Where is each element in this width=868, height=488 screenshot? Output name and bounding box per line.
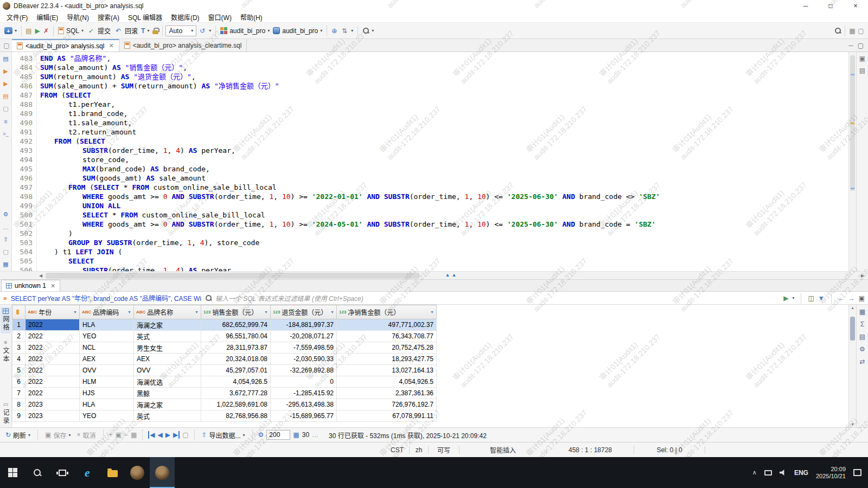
table-row[interactable]: 92023YEO英式82,768,956.88-15,689,965.7767,… [12, 410, 437, 422]
code-line[interactable]: SUM(goods_amt) AS sale_amount [37, 174, 848, 183]
menu-item[interactable]: 数据库(D) [167, 11, 204, 23]
save-button[interactable]: ▣保存▾ [43, 429, 72, 441]
menu-item[interactable]: 帮助(H) [236, 11, 267, 23]
grid-cell[interactable]: -1,285,415.92 [271, 388, 337, 399]
column-header[interactable]: ABC品牌名称▼ [134, 305, 201, 319]
first-row-icon[interactable]: ◀ [148, 431, 155, 439]
nav-back-icon[interactable]: ← [838, 294, 845, 302]
grid-cell[interactable]: 45,297,057.01 [201, 365, 271, 376]
column-header[interactable]: 123净销售金额（元）▼ [337, 305, 437, 319]
grid-cell[interactable]: -20,208,071.27 [271, 331, 337, 342]
grid-cell[interactable]: 黑鲸 [134, 388, 201, 399]
grid-cell[interactable]: HLA [80, 319, 134, 331]
edit-cell-icon[interactable]: ▦ [131, 431, 137, 439]
grid-cell[interactable]: 海澜优选 [134, 376, 201, 388]
clear-filter-icon[interactable]: ◫ [808, 294, 814, 302]
grid-cell[interactable]: 682,652,999.74 [201, 319, 271, 331]
menu-item[interactable]: 文件(F) [2, 11, 32, 23]
transaction-mode-button[interactable]: T▾ [139, 26, 151, 36]
column-header[interactable]: ABC年份▼ [25, 305, 80, 319]
grid-cell[interactable]: 2022 [25, 331, 80, 342]
next-row-icon[interactable]: ▶ [165, 431, 170, 439]
code-line[interactable]: SUM(return_amount) AS "退货金额（元）", [37, 72, 848, 81]
minimize-editor-icon[interactable]: ─ [848, 42, 853, 49]
column-sort-dropdown-icon[interactable]: ▼ [330, 310, 334, 314]
table-row[interactable]: 12022HLA海澜之家682,652,999.74-184,881,997.3… [12, 319, 437, 331]
export-icon[interactable]: ⇧ [2, 235, 10, 243]
minimize-button[interactable]: ─ [793, 0, 818, 12]
scroll-down-icon[interactable]: ▼ [849, 422, 856, 426]
row-number[interactable]: 3 [12, 342, 25, 354]
code-line[interactable]: SUM(sale_amount) + SUM(return_amount) AS… [37, 81, 848, 91]
restore-editor-icon[interactable]: ▢ [2, 41, 11, 50]
grid-cell[interactable]: 英式 [134, 410, 201, 422]
code-line[interactable]: WHERE goods_amt >= 0 AND SUBSTR(order_ti… [37, 192, 848, 201]
column-sort-dropdown-icon[interactable]: ▼ [127, 310, 131, 314]
search-menu-button[interactable]: ▾ [361, 26, 375, 35]
execute-statement-icon[interactable]: ▶ [2, 67, 10, 75]
scroll-right-icon[interactable]: ▶ [859, 273, 866, 278]
perspective-window-icon[interactable]: ▢ [857, 27, 865, 35]
caret-position-status[interactable]: 458 : 1 : 18728 [547, 446, 634, 454]
prev-row-icon[interactable]: ◀ [157, 431, 162, 439]
grid-cell[interactable]: -15,689,965.77 [271, 410, 337, 422]
network-icon[interactable] [764, 470, 772, 476]
minimized-view-icon[interactable]: ▣ [859, 55, 865, 62]
start-button[interactable] [0, 457, 25, 488]
metadata-panel-icon[interactable]: ▤ [859, 333, 865, 341]
grid-cell[interactable]: 67,078,991.11 [337, 410, 437, 422]
close-tab-icon[interactable]: ✕ [108, 42, 113, 49]
grid-cell[interactable]: 1,022,589,691.08 [201, 399, 271, 410]
filter-input[interactable]: 输入一个 SQL 表达式来过滤结果 (使用 Ctrl+Space) [205, 293, 780, 303]
row-number[interactable]: 6 [12, 376, 25, 388]
editor-vertical-scrollbar[interactable] [848, 52, 856, 271]
grid-cell[interactable]: 28,311,973.87 [201, 342, 271, 354]
grid-cell[interactable]: -184,881,997.37 [271, 319, 337, 331]
results-vertical-scrollbar[interactable]: ▲ ▼ [848, 305, 856, 427]
table-row[interactable]: 52022OVVOVV45,297,057.01-32,269,892.8813… [12, 365, 437, 376]
maximize-button[interactable]: □ [818, 0, 843, 12]
grid-cell[interactable]: 76,343,708.77 [337, 331, 437, 342]
grid-cell[interactable]: 2022 [25, 342, 80, 354]
grid-cell[interactable]: 18,293,427.75 [337, 354, 437, 365]
more-icon[interactable]: … [312, 431, 318, 439]
grid-cell[interactable]: 2022 [25, 319, 80, 331]
duplicate-row-icon[interactable]: ▣ [116, 431, 122, 439]
grid-cell[interactable]: 2,387,361.36 [337, 388, 437, 399]
tab-text-view[interactable]: ≡文本 [1, 339, 10, 363]
tab-analysis-cleartime-sql[interactable]: <audit_bi_pro> analysis_cleartime.sql [119, 39, 247, 52]
column-sort-dropdown-icon[interactable]: ▼ [430, 310, 434, 314]
tab-analysis-sql[interactable]: <audit_bi_pro> analysis.sql ✕ [12, 39, 119, 52]
show-hidden-icons-button[interactable]: ∧ [752, 469, 757, 476]
export-data-button[interactable]: ⇧导出数据...▾ [200, 429, 247, 441]
grid-cell[interactable]: AEX [80, 354, 134, 365]
row-number[interactable]: 9 [12, 410, 25, 422]
perspective-grid-icon[interactable]: ▦ [848, 27, 857, 35]
column-header[interactable]: ABC品牌编码▼ [80, 305, 134, 319]
chevron-down-icon[interactable]: ▾ [792, 296, 794, 300]
code-line[interactable]: ) t1 LEFT JOIN ( [37, 247, 848, 256]
grid-corner[interactable] [12, 305, 25, 319]
column-sort-dropdown-icon[interactable]: ▼ [195, 310, 199, 314]
cancel-button[interactable]: ×取消 [75, 429, 97, 441]
query-history-button[interactable]: ↺▾ [196, 25, 213, 36]
table-row[interactable]: 32022NCL男生女生28,311,973.87-7,559,498.5920… [12, 342, 437, 354]
grid-cell[interactable]: OVV [134, 365, 201, 376]
code-line[interactable]: SUM(sale_amount) AS "销售金额（元）", [37, 63, 848, 72]
focus-row-icon[interactable]: ▢ [182, 431, 188, 439]
execute-script-icon[interactable]: ▶ [2, 80, 10, 88]
grid-cell[interactable]: 4,054,926.5 [337, 376, 437, 388]
grid-cell[interactable]: -295,613,498.38 [271, 399, 337, 410]
grid-cell[interactable]: 2022 [25, 388, 80, 399]
sash-maximize-icon[interactable]: ▲▲ [445, 272, 458, 278]
action-center-icon[interactable] [853, 469, 861, 476]
results-tab-unknown1[interactable]: unknown 1 ✕ [1, 280, 60, 291]
grid-cell[interactable]: 497,771,002.37 [337, 319, 437, 331]
minimized-outline-icon[interactable]: ▤ [859, 67, 865, 74]
last-row-icon[interactable]: ▶ [173, 431, 180, 439]
grid-cell[interactable]: 海澜之家 [134, 399, 201, 410]
input-language-indicator[interactable]: ENG [794, 469, 808, 477]
column-header[interactable]: 123销售金额（元）▼ [201, 305, 271, 319]
grid-cell[interactable]: HLA [80, 399, 134, 410]
apply-filter-icon[interactable]: ▶ [783, 294, 788, 302]
